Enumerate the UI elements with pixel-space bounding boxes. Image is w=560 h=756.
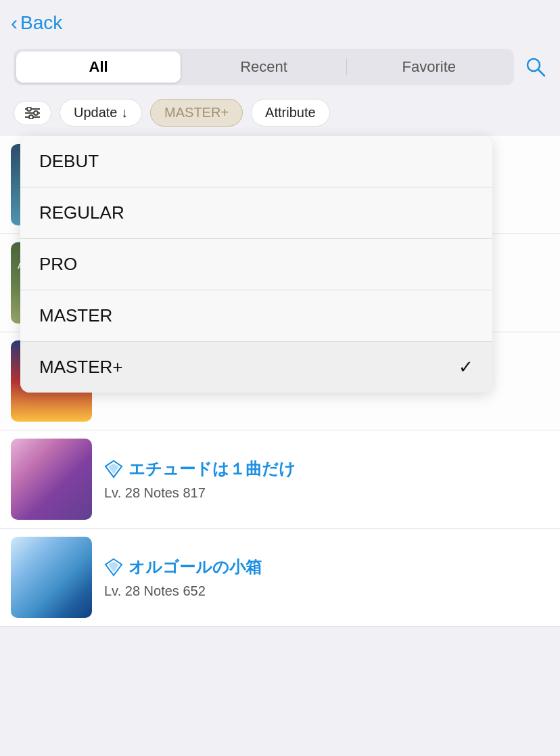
tab-recent[interactable]: Recent bbox=[181, 51, 346, 83]
song-item-4[interactable]: エチュードは１曲だけ Lv. 28 Notes 817 bbox=[0, 430, 560, 529]
dropdown-item-regular[interactable]: REGULAR bbox=[20, 187, 492, 239]
tab-bar: All Recent Favorite bbox=[14, 49, 514, 85]
song-notes-count-4: 817 bbox=[183, 485, 205, 500]
dropdown-item-pro[interactable]: PRO bbox=[20, 239, 492, 290]
search-icon bbox=[525, 56, 546, 78]
tab-all[interactable]: All bbox=[16, 51, 181, 83]
dropdown-master-label: MASTER bbox=[39, 305, 112, 326]
song-thumbnail-5 bbox=[11, 537, 92, 618]
top-bar: ‹ Back bbox=[0, 0, 560, 42]
svg-line-1 bbox=[538, 70, 544, 76]
song-title-row-4: エチュードは１曲だけ bbox=[104, 458, 546, 480]
difficulty-dropdown: DEBUT REGULAR PRO MASTER MASTER+ ✓ bbox=[20, 136, 492, 393]
svg-point-3 bbox=[27, 107, 31, 111]
tab-bar-wrapper: All Recent Favorite bbox=[0, 42, 560, 92]
diamond-icon-4 bbox=[104, 460, 123, 479]
master-plus-filter-button[interactable]: MASTER+ bbox=[150, 99, 243, 127]
diamond-icon-5 bbox=[104, 558, 123, 577]
song-title-4: エチュードは１曲だけ bbox=[129, 458, 296, 480]
back-button[interactable]: ‹ Back bbox=[11, 12, 62, 34]
back-chevron-icon: ‹ bbox=[11, 13, 18, 33]
back-label: Back bbox=[20, 12, 62, 34]
song-thumbnail-4 bbox=[11, 439, 92, 520]
dropdown-item-master-plus[interactable]: MASTER+ ✓ bbox=[20, 342, 492, 393]
sliders-icon bbox=[25, 107, 40, 119]
svg-point-7 bbox=[29, 115, 33, 119]
dropdown-regular-label: REGULAR bbox=[39, 202, 124, 223]
song-title-5: オルゴールの小箱 bbox=[129, 556, 262, 578]
attribute-filter-button[interactable]: Attribute bbox=[251, 99, 329, 127]
song-title-row-5: オルゴールの小箱 bbox=[104, 556, 546, 578]
dropdown-item-master[interactable]: MASTER bbox=[20, 290, 492, 342]
search-button[interactable] bbox=[525, 56, 546, 78]
song-notes-count-5: 652 bbox=[183, 583, 205, 598]
update-sort-label: Update ↓ bbox=[74, 105, 128, 120]
song-meta-5: Lv. 28 Notes 652 bbox=[104, 583, 546, 599]
song-notes-label-5: Notes bbox=[144, 583, 183, 598]
song-info-5: オルゴールの小箱 Lv. 28 Notes 652 bbox=[104, 556, 546, 599]
tab-favorite[interactable]: Favorite bbox=[347, 51, 511, 83]
attribute-label: Attribute bbox=[265, 105, 315, 120]
content-area: Lv. 28 Notes 868 エチュードは１曲だけ bbox=[0, 136, 560, 627]
dropdown-item-debut[interactable]: DEBUT bbox=[20, 136, 492, 187]
song-level-4: 28 bbox=[125, 485, 140, 500]
filter-settings-button[interactable] bbox=[14, 101, 51, 125]
svg-point-5 bbox=[34, 111, 38, 115]
song-meta-4: Lv. 28 Notes 817 bbox=[104, 485, 546, 501]
song-notes-label-4: Notes bbox=[144, 485, 183, 500]
song-item-5[interactable]: オルゴールの小箱 Lv. 28 Notes 652 bbox=[0, 529, 560, 627]
song-info-4: エチュードは１曲だけ Lv. 28 Notes 817 bbox=[104, 458, 546, 501]
song-lv-label-5: Lv. bbox=[104, 583, 125, 598]
dropdown-master-plus-label: MASTER+ bbox=[39, 357, 123, 378]
update-sort-button[interactable]: Update ↓ bbox=[60, 99, 142, 127]
song-level-5: 28 bbox=[125, 583, 140, 598]
song-lv-label-4: Lv. bbox=[104, 485, 125, 500]
dropdown-pro-label: PRO bbox=[39, 254, 77, 275]
selected-checkmark: ✓ bbox=[459, 357, 473, 378]
dropdown-debut-label: DEBUT bbox=[39, 151, 99, 172]
filter-row: Update ↓ MASTER+ Attribute bbox=[0, 92, 560, 136]
master-plus-label: MASTER+ bbox=[164, 105, 229, 120]
